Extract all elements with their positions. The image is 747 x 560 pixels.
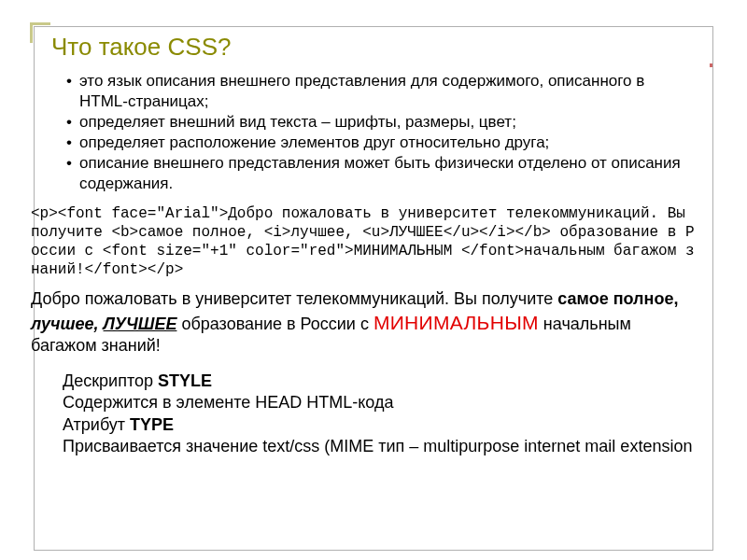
html-code-example: <p><font face="Arial">Добро пожаловать в… [31,204,696,279]
descriptor-line: Дескриптор STYLE [63,371,696,392]
list-item: определяет расположение элементов друг о… [66,133,696,153]
descriptor-keyword: TYPE [130,415,174,434]
descriptor-line: Атрибут TYPE [63,414,696,436]
list-item: определяет внешний вид текста – шрифты, … [66,112,696,133]
list-item: это язык описания внешнего представления… [66,71,696,112]
descriptor-text: Дескриптор [63,371,158,390]
slide-frame: Что такое CSS? это язык описания внешнег… [34,26,713,551]
rendered-bold-italic-underline: ЛУЧШЕЕ [104,315,177,333]
descriptor-line: Содержится в элементе HEAD HTML-кода [63,392,696,413]
slide-title: Что такое CSS? [51,33,696,62]
descriptor-line: Присваивается значение text/css (MIME ти… [63,436,696,457]
descriptor-text: Атрибут [63,415,130,434]
rendered-bold: самое полное, [557,289,678,308]
bullet-list: это язык описания внешнего представления… [66,71,696,195]
descriptor-section: Дескриптор STYLE Содержится в элементе H… [63,371,696,458]
rendered-output: Добро пожаловать в университет телекомму… [31,288,696,357]
rendered-red: МИНИМАЛЬНЫМ [374,312,539,333]
list-item: описание внешнего представления может бы… [66,153,696,194]
descriptor-keyword: STYLE [158,371,212,390]
rendered-text: образование в России с [176,315,373,333]
rendered-bold-italic: лучшее, [31,315,104,333]
rendered-text: Добро пожаловать в университет телекомму… [31,289,557,308]
